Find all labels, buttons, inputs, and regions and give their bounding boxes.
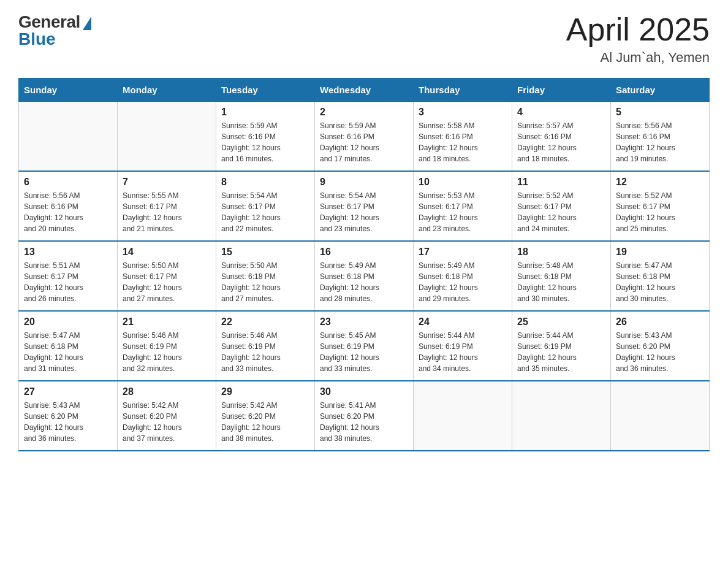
calendar-cell — [512, 381, 611, 451]
day-number: 28 — [123, 386, 211, 397]
day-info: Sunrise: 5:46 AMSunset: 6:19 PMDaylight:… — [123, 330, 211, 374]
calendar-cell: 25Sunrise: 5:44 AMSunset: 6:19 PMDayligh… — [512, 311, 611, 381]
day-number: 22 — [221, 316, 309, 327]
calendar-cell: 27Sunrise: 5:43 AMSunset: 6:20 PMDayligh… — [19, 381, 118, 451]
day-number: 26 — [616, 316, 704, 327]
calendar-cell: 7Sunrise: 5:55 AMSunset: 6:17 PMDaylight… — [118, 171, 216, 241]
calendar-cell: 4Sunrise: 5:57 AMSunset: 6:16 PMDaylight… — [512, 102, 611, 172]
calendar-cell: 28Sunrise: 5:42 AMSunset: 6:20 PMDayligh… — [118, 381, 216, 451]
day-info: Sunrise: 5:54 AMSunset: 6:17 PMDaylight:… — [221, 190, 309, 234]
day-info: Sunrise: 5:50 AMSunset: 6:18 PMDaylight:… — [221, 260, 309, 304]
day-number: 13 — [24, 247, 112, 258]
day-info: Sunrise: 5:43 AMSunset: 6:20 PMDaylight:… — [616, 330, 704, 374]
calendar-cell: 29Sunrise: 5:42 AMSunset: 6:20 PMDayligh… — [216, 381, 315, 451]
day-info: Sunrise: 5:55 AMSunset: 6:17 PMDaylight:… — [123, 190, 211, 234]
day-info: Sunrise: 5:44 AMSunset: 6:19 PMDaylight:… — [419, 330, 507, 374]
day-number: 11 — [517, 177, 605, 188]
weekday-header-friday: Friday — [512, 79, 611, 102]
day-info: Sunrise: 5:42 AMSunset: 6:20 PMDaylight:… — [123, 400, 211, 444]
day-info: Sunrise: 5:47 AMSunset: 6:18 PMDaylight:… — [616, 260, 704, 304]
weekday-header-thursday: Thursday — [414, 79, 512, 102]
calendar-cell: 6Sunrise: 5:56 AMSunset: 6:16 PMDaylight… — [19, 171, 118, 241]
calendar-cell — [19, 102, 118, 172]
weekday-header-wednesday: Wednesday — [315, 79, 414, 102]
weekday-header-monday: Monday — [118, 79, 216, 102]
day-info: Sunrise: 5:52 AMSunset: 6:17 PMDaylight:… — [517, 190, 605, 234]
day-info: Sunrise: 5:43 AMSunset: 6:20 PMDaylight:… — [24, 400, 112, 444]
weekday-header-tuesday: Tuesday — [216, 79, 315, 102]
day-info: Sunrise: 5:46 AMSunset: 6:19 PMDaylight:… — [221, 330, 309, 374]
day-info: Sunrise: 5:56 AMSunset: 6:16 PMDaylight:… — [24, 190, 112, 234]
calendar-cell: 11Sunrise: 5:52 AMSunset: 6:17 PMDayligh… — [512, 171, 611, 241]
day-number: 1 — [221, 107, 309, 118]
day-number: 3 — [419, 107, 507, 118]
calendar-cell: 3Sunrise: 5:58 AMSunset: 6:16 PMDaylight… — [414, 102, 512, 172]
calendar-cell: 16Sunrise: 5:49 AMSunset: 6:18 PMDayligh… — [315, 241, 414, 311]
day-number: 6 — [24, 177, 112, 188]
calendar-cell: 21Sunrise: 5:46 AMSunset: 6:19 PMDayligh… — [118, 311, 216, 381]
calendar-week-row: 1Sunrise: 5:59 AMSunset: 6:16 PMDaylight… — [19, 102, 710, 172]
calendar-cell: 19Sunrise: 5:47 AMSunset: 6:18 PMDayligh… — [611, 241, 710, 311]
day-number: 8 — [221, 177, 309, 188]
title-section: April 2025 Al Jum`ah, Yemen — [566, 12, 710, 66]
calendar-cell — [414, 381, 512, 451]
day-info: Sunrise: 5:53 AMSunset: 6:17 PMDaylight:… — [419, 190, 507, 234]
day-number: 21 — [123, 316, 211, 327]
day-number: 2 — [320, 107, 408, 118]
day-info: Sunrise: 5:50 AMSunset: 6:17 PMDaylight:… — [123, 260, 211, 304]
day-info: Sunrise: 5:51 AMSunset: 6:17 PMDaylight:… — [24, 260, 112, 304]
day-info: Sunrise: 5:44 AMSunset: 6:19 PMDaylight:… — [517, 330, 605, 374]
calendar-cell: 1Sunrise: 5:59 AMSunset: 6:16 PMDaylight… — [216, 102, 315, 172]
logo-blue-text: Blue — [18, 29, 56, 49]
day-info: Sunrise: 5:49 AMSunset: 6:18 PMDaylight:… — [320, 260, 408, 304]
day-info: Sunrise: 5:56 AMSunset: 6:16 PMDaylight:… — [616, 120, 704, 164]
logo-triangle-icon — [83, 17, 91, 30]
month-title: April 2025 — [566, 12, 710, 47]
calendar-cell: 12Sunrise: 5:52 AMSunset: 6:17 PMDayligh… — [611, 171, 710, 241]
day-info: Sunrise: 5:59 AMSunset: 6:16 PMDaylight:… — [320, 120, 408, 164]
day-number: 25 — [517, 316, 605, 327]
day-number: 30 — [320, 386, 408, 397]
calendar-cell: 22Sunrise: 5:46 AMSunset: 6:19 PMDayligh… — [216, 311, 315, 381]
location-title: Al Jum`ah, Yemen — [566, 50, 710, 66]
day-number: 15 — [221, 247, 309, 258]
calendar-cell: 5Sunrise: 5:56 AMSunset: 6:16 PMDaylight… — [611, 102, 710, 172]
calendar-cell: 9Sunrise: 5:54 AMSunset: 6:17 PMDaylight… — [315, 171, 414, 241]
calendar-week-row: 13Sunrise: 5:51 AMSunset: 6:17 PMDayligh… — [19, 241, 710, 311]
calendar-cell — [118, 102, 216, 172]
day-number: 12 — [616, 177, 704, 188]
calendar-cell: 24Sunrise: 5:44 AMSunset: 6:19 PMDayligh… — [414, 311, 512, 381]
day-number: 20 — [24, 316, 112, 327]
day-number: 24 — [419, 316, 507, 327]
calendar-week-row: 27Sunrise: 5:43 AMSunset: 6:20 PMDayligh… — [19, 381, 710, 451]
day-info: Sunrise: 5:54 AMSunset: 6:17 PMDaylight:… — [320, 190, 408, 234]
day-info: Sunrise: 5:42 AMSunset: 6:20 PMDaylight:… — [221, 400, 309, 444]
calendar-cell: 30Sunrise: 5:41 AMSunset: 6:20 PMDayligh… — [315, 381, 414, 451]
calendar-cell: 26Sunrise: 5:43 AMSunset: 6:20 PMDayligh… — [611, 311, 710, 381]
day-info: Sunrise: 5:57 AMSunset: 6:16 PMDaylight:… — [517, 120, 605, 164]
calendar-table: SundayMondayTuesdayWednesdayThursdayFrid… — [18, 78, 710, 451]
day-info: Sunrise: 5:41 AMSunset: 6:20 PMDaylight:… — [320, 400, 408, 444]
day-number: 17 — [419, 247, 507, 258]
weekday-header-row: SundayMondayTuesdayWednesdayThursdayFrid… — [19, 79, 710, 102]
calendar-cell: 23Sunrise: 5:45 AMSunset: 6:19 PMDayligh… — [315, 311, 414, 381]
day-info: Sunrise: 5:59 AMSunset: 6:16 PMDaylight:… — [221, 120, 309, 164]
day-number: 16 — [320, 247, 408, 258]
calendar-week-row: 20Sunrise: 5:47 AMSunset: 6:18 PMDayligh… — [19, 311, 710, 381]
day-number: 27 — [24, 386, 112, 397]
calendar-cell: 17Sunrise: 5:49 AMSunset: 6:18 PMDayligh… — [414, 241, 512, 311]
day-number: 4 — [517, 107, 605, 118]
day-info: Sunrise: 5:52 AMSunset: 6:17 PMDaylight:… — [616, 190, 704, 234]
calendar-cell: 10Sunrise: 5:53 AMSunset: 6:17 PMDayligh… — [414, 171, 512, 241]
calendar-cell: 2Sunrise: 5:59 AMSunset: 6:16 PMDaylight… — [315, 102, 414, 172]
calendar-cell: 18Sunrise: 5:48 AMSunset: 6:18 PMDayligh… — [512, 241, 611, 311]
day-info: Sunrise: 5:49 AMSunset: 6:18 PMDaylight:… — [419, 260, 507, 304]
weekday-header-saturday: Saturday — [611, 79, 710, 102]
weekday-header-sunday: Sunday — [19, 79, 118, 102]
page-header: General Blue April 2025 Al Jum`ah, Yemen — [18, 12, 710, 66]
calendar-cell: 15Sunrise: 5:50 AMSunset: 6:18 PMDayligh… — [216, 241, 315, 311]
day-info: Sunrise: 5:45 AMSunset: 6:19 PMDaylight:… — [320, 330, 408, 374]
day-info: Sunrise: 5:58 AMSunset: 6:16 PMDaylight:… — [419, 120, 507, 164]
day-info: Sunrise: 5:48 AMSunset: 6:18 PMDaylight:… — [517, 260, 605, 304]
day-number: 18 — [517, 247, 605, 258]
